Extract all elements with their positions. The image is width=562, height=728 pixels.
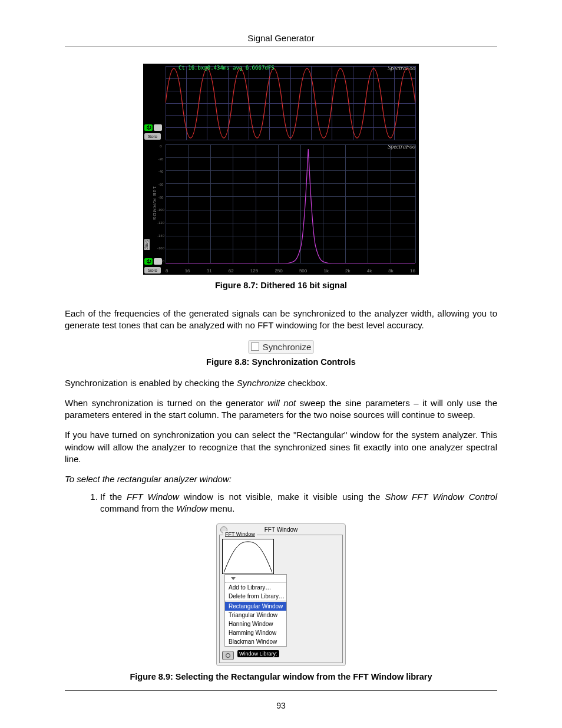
synchronize-label: Synchronize xyxy=(263,342,312,352)
menu-delete-from-library[interactable]: Delete from Library… xyxy=(225,592,286,601)
window-library-label: Window Library: xyxy=(237,650,279,657)
menu-item-hanning[interactable]: Hanning Window xyxy=(225,620,286,628)
instruction-heading: To select the rectangular analyzer windo… xyxy=(65,474,497,484)
snap-button[interactable]: Snap xyxy=(144,239,150,250)
figure-8-8-caption: Figure 8.8: Synchronization Controls xyxy=(65,357,497,367)
header-rule xyxy=(65,47,497,47)
steps-list: If the FFT Window window is not visible,… xyxy=(65,491,497,515)
fft-window-title: FFT Window xyxy=(265,526,298,533)
camera-icon[interactable] xyxy=(222,651,234,660)
spectrum-peak xyxy=(166,144,415,263)
synchronize-checkbox[interactable]: Synchronize xyxy=(248,340,315,354)
menu-add-to-library[interactable]: Add to Library… xyxy=(225,583,286,592)
figure-8-7-caption: Figure 8.7: Dithered 16 bit signal xyxy=(65,281,497,290)
power-icon[interactable]: ⏻ xyxy=(144,124,153,131)
oscilloscope-panel: Ct 16.bx@0.434ms avg 6.6667dFS SpectraFo… xyxy=(143,64,419,142)
menu-item-triangular[interactable]: Triangular Window xyxy=(225,611,286,620)
fft-window-dialog: FFT Window FFT Window Add to Library… De… xyxy=(216,523,346,666)
solo-button[interactable]: Solo xyxy=(144,133,161,140)
figure-8-8: Synchronize Figure 8.8: Synchronization … xyxy=(65,340,497,367)
paragraph-1: Each of the frequencies of the generated… xyxy=(65,308,497,332)
spectrum-y-label: 1dB R/RMDS xyxy=(151,144,157,263)
paragraph-3: When synchronization is turned on the ge… xyxy=(65,397,497,421)
figure-8-7: Ct 16.bx@0.434ms avg 6.6667dFS SpectraFo… xyxy=(65,64,497,290)
menu-item-blackman[interactable]: Blackman Window xyxy=(225,637,286,646)
page-header-title: Signal Generator xyxy=(65,33,497,43)
power-icon[interactable]: ⏻ xyxy=(144,258,153,265)
menu-arrow-icon[interactable] xyxy=(225,575,286,582)
settings-mini-icon[interactable] xyxy=(154,124,162,131)
menu-item-hamming[interactable]: Hamming Window xyxy=(225,628,286,637)
settings-mini-icon[interactable] xyxy=(154,258,162,265)
figure-8-9-caption: Figure 8.9: Selecting the Rectangular wi… xyxy=(65,672,497,681)
page-number: 93 xyxy=(0,701,562,710)
scope-readout: Ct 16.bx@0.434ms avg 6.6667dFS xyxy=(178,65,275,71)
figure-8-9: FFT Window FFT Window Add to Library… De… xyxy=(65,523,497,681)
step-1: If the FFT Window window is not visible,… xyxy=(100,491,497,515)
window-library-menu[interactable]: Add to Library… Delete from Library… Rec… xyxy=(224,574,287,647)
paragraph-4: If you have turned on synchronization yo… xyxy=(65,429,497,465)
group-label: FFT Window xyxy=(223,531,257,537)
solo-button[interactable]: Solo xyxy=(144,267,161,274)
spectrum-x-axis: 8 16 31 62 125 250 500 1k 2k 4k 8k 16 xyxy=(166,268,415,274)
spectrum-panel: SpectraFoo 1dB R/RMDS 0-20-40-60-80-100-… xyxy=(143,142,419,275)
spectrum-y-ticks: 0-20-40-60-80-100-120-140-160-180 xyxy=(157,144,164,263)
checkbox-icon[interactable] xyxy=(251,342,259,351)
sine-waveform xyxy=(166,66,415,140)
window-curve-preview xyxy=(222,539,274,574)
paragraph-2: Synchronization is enabled by checking t… xyxy=(65,377,497,389)
menu-item-rectangular[interactable]: Rectangular Window xyxy=(225,602,286,611)
footer-rule xyxy=(65,690,497,691)
